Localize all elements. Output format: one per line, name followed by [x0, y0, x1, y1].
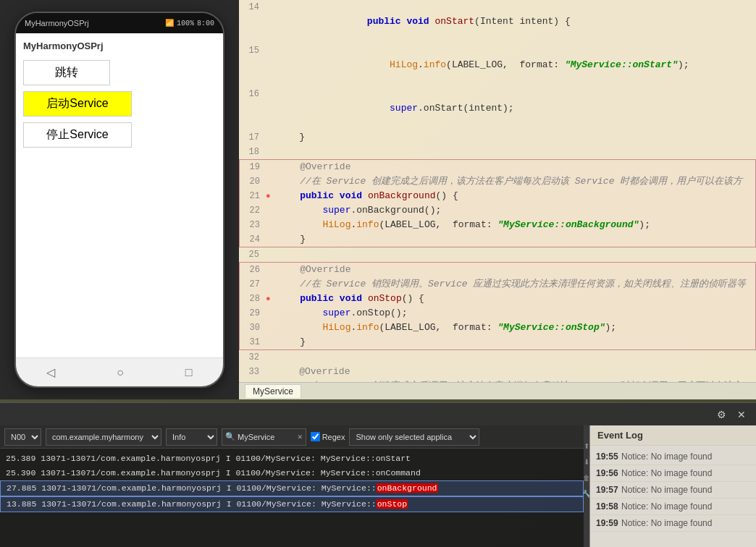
phone-app-name-top: MyHarmonyOSPrj — [25, 19, 89, 27]
phone-app-title: MyHarmonyOSPrj — [23, 41, 216, 51]
event-desc-5: Notice: No image found — [621, 518, 712, 528]
event-desc-2: Notice: No image found — [621, 468, 712, 478]
show-filter-select[interactable]: Show only selected applica — [349, 428, 479, 446]
editor-bottom-tab: MyService — [239, 382, 756, 399]
bottom-panel: ⚙ ✕ N00 V D I W E com.example.myha — [0, 402, 756, 547]
event-log-item-1: 19:55 Notice: No image found — [590, 449, 756, 465]
code-line-19: 19 @Override — [240, 160, 755, 174]
code-area: 14 public void onStart(Intent intent) { … — [239, 0, 756, 382]
search-clear-icon[interactable]: ✕ — [298, 432, 303, 441]
settings-icon-button[interactable]: ⚙ — [713, 406, 730, 423]
start-service-button[interactable]: 启动Service — [23, 91, 132, 116]
package-select[interactable]: com.example.myharmony — [46, 428, 161, 446]
event-time-2: 19:56 — [596, 468, 621, 478]
code-line-20: 20 //在 Service 创建完成之后调用，该方法在客户端每次启动该 Ser… — [240, 174, 755, 189]
search-input[interactable] — [238, 433, 295, 441]
phone-device: MyHarmonyOSPrj 📶 100% 8:00 MyHarmonyOSPr… — [14, 12, 224, 388]
search-container: 🔍 ✕ — [222, 428, 306, 446]
event-desc-4: Notice: No image found — [621, 501, 712, 512]
event-desc-3: Notice: No image found — [621, 485, 712, 495]
code-line-14: 14 public void onStart(Intent intent) { — [239, 0, 756, 43]
event-log-item-5: 19:59 Notice: No image found — [590, 515, 756, 532]
code-line-27: 27 //在 Service 销毁时调用。Service 应通过实现此方法来清理… — [240, 277, 755, 292]
log-level-select[interactable]: N00 V D I W E — [4, 428, 41, 446]
code-line-22: 22 super.onBackground(); — [240, 203, 755, 218]
search-icon: 🔍 — [225, 432, 235, 441]
event-log-item-3: 19:57 Notice: No image found — [590, 482, 756, 499]
signal-icon: 📶 — [165, 19, 174, 27]
phone-screen: MyHarmonyOSPrj 跳转 启动Service 停止Service — [16, 33, 223, 357]
event-time-5: 19:59 — [596, 518, 621, 528]
back-nav-button[interactable]: ◁ — [46, 365, 55, 379]
log-toolbar: ⚙ ✕ — [0, 402, 756, 425]
top-section: MyHarmonyOSPrj 📶 100% 8:00 MyHarmonyOSPr… — [0, 0, 756, 399]
log-line-3[interactable]: 27.885 13071-13071/com.example.harmonyos… — [0, 480, 584, 496]
phone-nav-bar: ◁ ○ □ — [16, 357, 223, 386]
log-lines: 25.389 13071-13071/com.example.harmonyos… — [0, 449, 584, 547]
event-desc-1: Notice: No image found — [621, 451, 712, 462]
code-line-16: 16 super.onStart(intent); — [239, 87, 756, 130]
clock: 8:00 — [197, 20, 214, 27]
log-type-select[interactable]: Info Verbose Debug Warn Error — [166, 428, 217, 446]
code-line-24: 24 } — [240, 232, 755, 247]
event-log-panel: Event Log 19:55 Notice: No image found 1… — [589, 425, 756, 547]
event-log-title: Event Log — [590, 425, 756, 446]
phone-container: MyHarmonyOSPrj 📶 100% 8:00 MyHarmonyOSPr… — [0, 0, 239, 399]
code-editor: 14 public void onStart(Intent intent) { … — [239, 0, 756, 399]
code-line-33: 33 @Override — [239, 365, 756, 379]
event-log-items: 19:55 Notice: No image found 19:56 Notic… — [590, 446, 756, 547]
code-line-28: 28 ● public void onStop() { — [240, 292, 755, 306]
code-line-30: 30 HiLog.info(LABEL_LOG, format: "MyServ… — [240, 321, 755, 335]
main-layout: MyHarmonyOSPrj 📶 100% 8:00 MyHarmonyOSPr… — [0, 0, 756, 547]
jump-button[interactable]: 跳转 — [23, 60, 110, 85]
code-line-25: 25 — [239, 247, 756, 262]
close-panel-button[interactable]: ✕ — [733, 406, 750, 423]
regex-checkbox[interactable] — [311, 432, 320, 441]
code-line-21: 21 ● public void onBackground() { — [240, 189, 755, 203]
code-line-23: 23 HiLog.info(LABEL_LOG, format: "MyServ… — [240, 218, 755, 232]
event-time-4: 19:58 — [596, 501, 621, 512]
battery-status: 100% — [177, 20, 194, 27]
event-log-item-4: 19:58 Notice: No image found — [590, 499, 756, 515]
myservice-tab[interactable]: MyService — [245, 384, 301, 398]
log-line-4[interactable]: 13.885 13071-13071/com.example.harmonyos… — [0, 496, 584, 512]
code-line-29: 29 super.onStop(); — [240, 306, 755, 321]
code-line-31: 31 } — [240, 335, 755, 349]
log-filter-bar: N00 V D I W E com.example.myharmony Info… — [0, 425, 584, 449]
log-section: N00 V D I W E com.example.myharmony Info… — [0, 425, 584, 547]
code-line-15: 15 HiLog.info(LABEL_LOG, format: "MyServ… — [239, 43, 756, 87]
code-line-26: 26 @Override — [240, 263, 755, 277]
log-line-2: 25.390 13071-13071/com.example.harmonyos… — [0, 466, 584, 480]
log-line-1: 25.389 13071-13071/com.example.harmonyos… — [0, 451, 584, 466]
stop-service-button[interactable]: 停止Service — [23, 122, 132, 148]
event-time-1: 19:55 — [596, 451, 621, 462]
log-scrollbar: ⬆ ⬇ 🗑 🔧 — [584, 425, 589, 547]
code-line-32: 32 — [239, 350, 756, 365]
regex-label: Regex — [322, 433, 345, 441]
event-log-item-2: 19:56 Notice: No image found — [590, 465, 756, 482]
recent-nav-button[interactable]: □ — [185, 366, 193, 379]
phone-status-icons: 📶 100% 8:00 — [165, 19, 214, 27]
bottom-content: N00 V D I W E com.example.myharmony Info… — [0, 425, 756, 547]
code-line-18: 18 — [239, 145, 756, 159]
code-line-17: 17 } — [239, 130, 756, 145]
phone-status-bar: MyHarmonyOSPrj 📶 100% 8:00 — [16, 13, 223, 33]
regex-checkbox-label: Regex — [311, 432, 345, 441]
home-nav-button[interactable]: ○ — [117, 366, 124, 379]
event-time-3: 19:57 — [596, 485, 621, 495]
